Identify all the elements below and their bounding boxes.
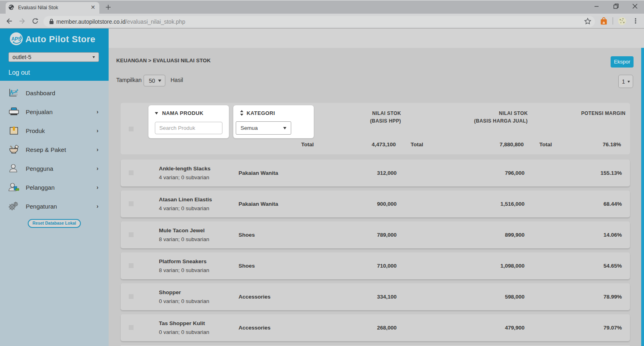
svg-text:a: a	[603, 20, 605, 25]
svg-text:APS: APS	[11, 36, 21, 42]
